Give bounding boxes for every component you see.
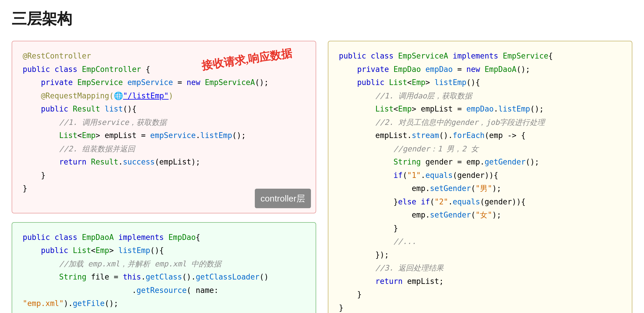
service-box: public class EmpServiceA implements EmpS… (328, 41, 632, 313)
main-layout: 接收请求,响应数据 @RestController public class E… (12, 41, 632, 313)
page-title: 三层架构 (12, 9, 632, 29)
controller-box: 接收请求,响应数据 @RestController public class E… (12, 41, 316, 213)
right-column: public class EmpServiceA implements EmpS… (328, 41, 632, 313)
dao-box: public class EmpDaoA implements EmpDao{ … (12, 222, 316, 313)
left-column: 接收请求,响应数据 @RestController public class E… (12, 41, 316, 313)
service-code: public class EmpServiceA implements EmpS… (339, 49, 621, 313)
dao-code: public class EmpDaoA implements EmpDao{ … (23, 231, 305, 313)
controller-layer-badge: controller层 (255, 189, 311, 208)
controller-code: @RestController public class EmpControll… (23, 49, 305, 195)
